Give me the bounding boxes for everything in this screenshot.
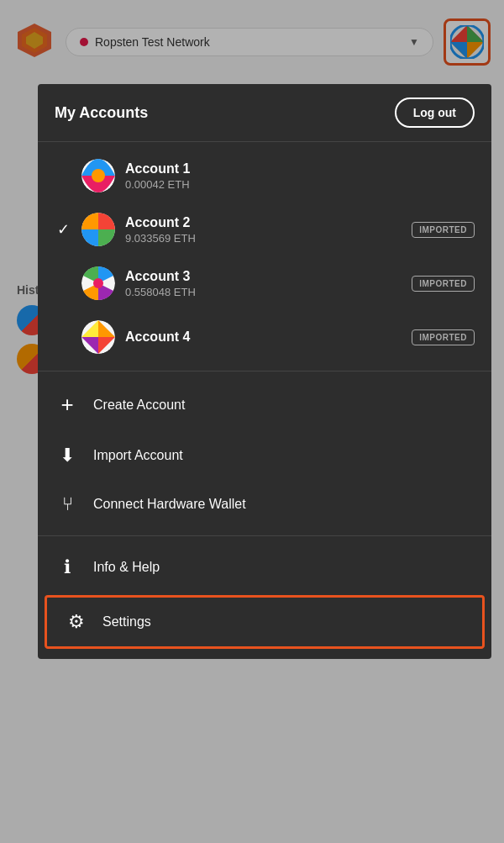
account-1-info: Account 1 0.00042 ETH <box>125 161 475 191</box>
account-2-avatar <box>81 213 115 246</box>
account-3-imported-badge: IMPORTED <box>412 276 475 292</box>
actions-section: + Create Account ⬇ Import Account ⑂ Conn… <box>38 371 491 536</box>
account-3-name: Account 3 <box>125 269 402 284</box>
account-3-balance: 0.558048 ETH <box>125 286 402 298</box>
account-2-name: Account 2 <box>125 215 402 230</box>
info-icon: ℹ <box>55 556 80 578</box>
account-4-name: Account 4 <box>125 329 402 345</box>
import-account-label: Import Account <box>93 448 183 463</box>
account-3-info: Account 3 0.558048 ETH <box>125 269 402 298</box>
account-1-name: Account 1 <box>125 161 475 177</box>
create-account-label: Create Account <box>93 398 185 413</box>
account-4-info: Account 4 <box>125 329 402 345</box>
account-2-balance: 9.033569 ETH <box>125 232 402 245</box>
import-account-icon: ⬇ <box>55 445 80 466</box>
panel-header: My Accounts Log out <box>38 84 491 142</box>
account-item-3[interactable]: Account 3 0.558048 ETH IMPORTED <box>38 256 491 310</box>
active-checkmark-3 <box>55 275 71 292</box>
accounts-panel: My Accounts Log out Account 1 0.00042 ET… <box>38 84 491 659</box>
info-help-label: Info & Help <box>93 560 160 575</box>
account-4-avatar <box>81 320 115 354</box>
accounts-list: Account 1 0.00042 ETH ✓ Account 2 9.0335… <box>38 142 491 371</box>
svg-point-11 <box>93 278 103 288</box>
create-account-item[interactable]: + Create Account <box>38 378 491 431</box>
import-account-item[interactable]: ⬇ Import Account <box>38 431 491 480</box>
account-item-2[interactable]: ✓ Account 2 9.033569 ETH IMPORTED <box>38 203 491 256</box>
logout-button[interactable]: Log out <box>395 97 475 128</box>
account-3-avatar <box>81 266 115 300</box>
settings-icon: ⚙ <box>64 611 89 633</box>
settings-label: Settings <box>102 614 151 630</box>
panel-title: My Accounts <box>55 104 148 122</box>
svg-point-8 <box>92 169 105 182</box>
account-1-balance: 0.00042 ETH <box>125 178 475 191</box>
account-item-1[interactable]: Account 1 0.00042 ETH <box>38 149 491 203</box>
active-checkmark-1 <box>55 167 71 185</box>
create-account-icon: + <box>55 392 80 418</box>
settings-item[interactable]: ⚙ Settings <box>45 595 485 649</box>
account-4-imported-badge: IMPORTED <box>412 329 475 345</box>
hardware-wallet-icon: ⑂ <box>55 493 80 515</box>
account-item-4[interactable]: Account 4 IMPORTED <box>38 310 491 364</box>
bottom-section: ℹ Info & Help ⚙ Settings <box>38 536 491 659</box>
account-1-avatar <box>81 159 115 192</box>
account-2-imported-badge: IMPORTED <box>412 222 475 238</box>
hardware-wallet-label: Connect Hardware Wallet <box>93 497 246 512</box>
info-help-item[interactable]: ℹ Info & Help <box>38 543 491 592</box>
active-checkmark-2: ✓ <box>55 220 71 239</box>
account-2-info: Account 2 9.033569 ETH <box>125 215 402 245</box>
active-checkmark-4 <box>55 329 71 346</box>
hardware-wallet-item[interactable]: ⑂ Connect Hardware Wallet <box>38 480 491 529</box>
